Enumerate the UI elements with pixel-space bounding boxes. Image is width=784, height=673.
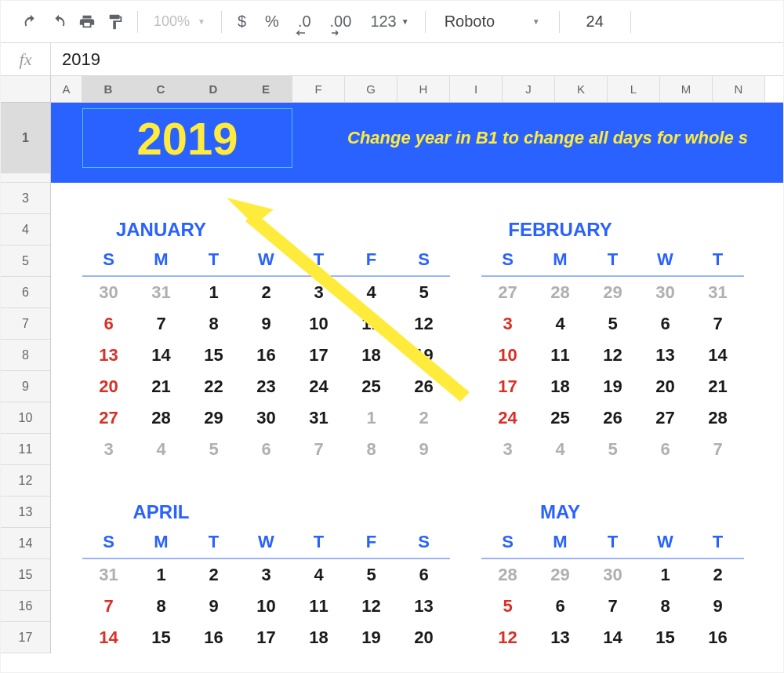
cell[interactable]: F [345, 528, 397, 559]
cell[interactable]: 11 [345, 314, 397, 334]
cell[interactable]: 27 [639, 408, 691, 428]
cell[interactable]: 7 [691, 439, 744, 460]
column-header-K[interactable]: K [555, 76, 608, 102]
cell[interactable]: 3 [481, 439, 534, 460]
cell[interactable]: 5 [397, 282, 450, 303]
row-header-11[interactable]: 11 [1, 434, 50, 465]
cell[interactable]: 1 [639, 565, 691, 585]
cell[interactable]: 22 [187, 377, 240, 397]
row-header-2[interactable] [1, 173, 50, 183]
cell[interactable]: 6 [82, 314, 135, 334]
row-header-8[interactable]: 8 [1, 340, 50, 371]
row-header-5[interactable]: 5 [1, 246, 50, 277]
cell[interactable]: T [292, 528, 345, 559]
cell[interactable]: 15 [639, 628, 691, 648]
cell[interactable]: 9 [397, 439, 450, 460]
cell[interactable]: 29 [187, 408, 240, 428]
column-header-C[interactable]: C [135, 76, 187, 102]
cell[interactable]: 3 [481, 314, 534, 334]
cell[interactable]: 31 [135, 282, 187, 303]
cell[interactable]: 13 [82, 345, 135, 366]
cell[interactable]: 4 [534, 314, 586, 334]
cell[interactable]: 15 [187, 345, 240, 366]
cell[interactable]: 29 [534, 565, 586, 585]
column-header-M[interactable]: M [660, 76, 713, 102]
cell[interactable]: 5 [345, 565, 397, 585]
column-header-L[interactable]: L [608, 76, 660, 102]
cell[interactable]: 9 [187, 596, 240, 617]
cell[interactable]: 16 [240, 345, 292, 366]
cell[interactable]: 1 [187, 282, 240, 303]
row-header-4[interactable]: 4 [1, 214, 50, 246]
cell[interactable]: 31 [82, 565, 135, 585]
cell[interactable]: 6 [639, 314, 691, 334]
cell[interactable]: 11 [292, 596, 345, 617]
cell[interactable]: 2 [397, 408, 450, 428]
redo-button[interactable] [45, 8, 73, 36]
cell[interactable]: 8 [187, 314, 240, 334]
cell[interactable]: S [481, 528, 534, 559]
cell[interactable]: 8 [639, 596, 691, 617]
column-header-N[interactable]: N [713, 76, 765, 102]
cell[interactable]: T [187, 246, 240, 277]
cell[interactable]: 30 [639, 282, 691, 303]
cell[interactable]: 13 [397, 596, 450, 617]
month-name[interactable]: MAY [481, 501, 639, 523]
cell[interactable]: S [82, 246, 135, 277]
cell[interactable]: 4 [292, 565, 345, 585]
cell[interactable]: 1 [135, 565, 187, 585]
cell[interactable]: 3 [292, 282, 345, 303]
column-header-J[interactable]: J [503, 76, 555, 102]
cell[interactable]: 30 [82, 282, 135, 303]
cell[interactable]: S [397, 528, 450, 559]
cell[interactable]: 21 [691, 377, 744, 397]
cell[interactable]: 4 [534, 439, 586, 460]
cell[interactable]: T [586, 246, 639, 277]
cell[interactable]: 7 [292, 439, 345, 460]
cell[interactable]: W [240, 246, 292, 277]
cell[interactable]: 10 [240, 596, 292, 617]
cell[interactable]: 4 [345, 282, 397, 303]
cell[interactable]: S [481, 246, 534, 277]
column-header-A[interactable]: A [51, 76, 82, 102]
cell[interactable]: S [82, 528, 135, 559]
row-header-9[interactable]: 9 [1, 371, 50, 402]
cell[interactable]: 17 [240, 628, 292, 648]
row-header-12[interactable]: 12 [1, 465, 50, 497]
month-name[interactable]: JANUARY [82, 219, 240, 241]
cell[interactable]: 25 [345, 377, 397, 397]
cell[interactable]: 1 [345, 408, 397, 428]
cell[interactable]: 28 [481, 565, 534, 585]
cell[interactable]: 9 [240, 314, 292, 334]
cell[interactable]: 27 [481, 282, 534, 303]
cell[interactable]: 18 [292, 628, 345, 648]
row-header-3[interactable]: 3 [1, 183, 50, 214]
column-header-E[interactable]: E [240, 76, 292, 102]
cell[interactable]: 8 [345, 439, 397, 460]
cell[interactable]: 27 [82, 408, 135, 428]
cell[interactable]: T [691, 528, 744, 559]
year-cell[interactable]: 2019 [82, 108, 292, 168]
cell[interactable]: 5 [481, 596, 534, 617]
column-header-G[interactable]: G [345, 76, 397, 102]
cell[interactable]: 19 [586, 377, 639, 397]
cell[interactable]: 23 [240, 377, 292, 397]
column-header-F[interactable]: F [292, 76, 345, 102]
cell[interactable]: 17 [292, 345, 345, 366]
column-header-H[interactable]: H [397, 76, 450, 102]
cell[interactable]: M [534, 246, 586, 277]
cell[interactable]: 11 [534, 345, 586, 366]
increase-decimal-button[interactable]: .00 [325, 13, 357, 31]
font-size-select[interactable]: 24 [568, 13, 622, 31]
row-header-16[interactable]: 16 [1, 591, 50, 622]
cell[interactable]: 12 [586, 345, 639, 366]
cell[interactable]: 14 [135, 345, 187, 366]
cell[interactable]: 28 [534, 282, 586, 303]
cell[interactable]: 5 [187, 439, 240, 460]
cell[interactable]: T [292, 246, 345, 277]
cell[interactable]: 30 [240, 408, 292, 428]
formula-input[interactable]: 2019 [51, 43, 783, 75]
cell[interactable]: 21 [135, 377, 187, 397]
column-header-B[interactable]: B [82, 76, 135, 102]
cell[interactable]: W [639, 528, 691, 559]
